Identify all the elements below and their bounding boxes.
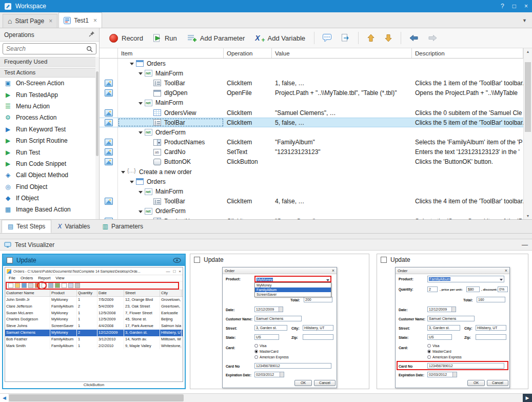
test-step-row[interactable]: Create a new order (100, 167, 523, 177)
scrollbar-thumb[interactable] (96, 71, 98, 156)
bottom-tab-parameters[interactable]: ▥Parameters (96, 220, 149, 233)
scroll-up-icon[interactable]: ▲ (524, 50, 532, 53)
outdent-button[interactable] (406, 32, 422, 44)
column-header-description[interactable]: Description (412, 48, 523, 58)
visualizer-frame-orders[interactable]: Update Orders - C:\Users\Public\Document… (2, 254, 186, 389)
sidebar-item-call-object-method[interactable]: ◈Call Object Method (0, 169, 99, 181)
mini-menu-view[interactable]: View (53, 275, 67, 281)
visualizer-image-icon[interactable] (105, 119, 113, 126)
search-input[interactable] (6, 45, 86, 52)
restore-icon[interactable]: □ (513, 3, 516, 10)
mini-menu-orders[interactable]: Orders (18, 275, 35, 281)
move-up-button[interactable] (364, 32, 378, 44)
pin-icon[interactable] (89, 31, 95, 39)
export-step-button[interactable] (339, 32, 353, 44)
test-step-row[interactable]: ToolBarClickItem5, false, …Clicks the 5 … (100, 118, 523, 127)
close-tab-icon[interactable]: × (93, 17, 97, 24)
comment-button[interactable] (320, 32, 336, 44)
test-step-row[interactable]: ToolBarClickItem4, false, …Clicks the 4 … (100, 197, 523, 206)
add-parameter-button[interactable]: Add Parameter (184, 32, 248, 44)
visualizer-image-icon[interactable] (105, 139, 113, 146)
sidebar-item-run-keyword-test[interactable]: ▶Run Keyword Test (0, 124, 99, 135)
sidebar-item-run-script-routine[interactable]: ▶Run Script Routine (0, 135, 99, 146)
visualizer-image-icon[interactable] (105, 218, 113, 219)
test-step-row[interactable]: Orders (100, 177, 523, 186)
test-step-row[interactable]: ToolBarClickItem1, false, …Clicks the 1 … (100, 78, 523, 88)
tab-start-page[interactable]: ⌂ Start Page × (3, 14, 57, 28)
expand-arrow-icon[interactable] (137, 188, 145, 195)
visualizer-image-icon[interactable] (105, 198, 113, 205)
visualizer-frame-order-dialog-2[interactable]: Update Order×Product:FamilyAlbumQuantity… (377, 254, 528, 389)
visualizer-frame-order-dialog-1[interactable]: Update Order×Product:MyMoneyMyMoneyFamil… (190, 254, 369, 389)
visualizer-image-icon[interactable] (105, 89, 113, 97)
help-icon[interactable]: ? (501, 3, 504, 10)
panel-splitter[interactable] (0, 234, 532, 239)
sidebar-item-find-object[interactable]: ◎Find Object (0, 181, 99, 193)
order-dialog-thumbnail-area[interactable]: Order×Product:MyMoneyMyMoneyFamilyAlbumS… (190, 265, 369, 389)
expand-arrow-icon[interactable] (137, 129, 145, 136)
visualizer-image-icon[interactable] (105, 80, 113, 87)
search-icon[interactable] (86, 46, 93, 52)
expand-arrow-icon[interactable] (120, 168, 127, 175)
mini-menu-report[interactable]: Report (35, 275, 53, 281)
column-header-operation[interactable]: Operation (224, 48, 272, 58)
tab-test1[interactable]: Test1 × (58, 12, 102, 28)
bottom-tab-test-steps[interactable]: ▤Test Steps (2, 220, 51, 233)
test-step-row[interactable]: ProductNamesClickItem"ScreenSaver"Select… (100, 216, 523, 219)
sidebar-item-run-testedapp[interactable]: ▶Run TestedApp (0, 89, 99, 100)
column-header-item[interactable]: Item (118, 48, 224, 58)
visualizer-image-icon[interactable] (105, 148, 113, 156)
sidebar-item-run-test[interactable]: ▶Run Test (0, 146, 99, 158)
scrollbar-thumb[interactable] (9, 394, 184, 401)
column-header-value[interactable]: Value (272, 48, 412, 58)
test-step-row[interactable]: MainForm (100, 186, 523, 196)
update-checkbox[interactable] (381, 257, 387, 263)
scroll-down-icon[interactable]: ▼ (524, 214, 532, 218)
indent-button[interactable] (425, 32, 440, 44)
test-step-row[interactable]: ButtonOKClickButtonClicks the 'ButtonOK'… (100, 157, 523, 167)
run-button[interactable]: Run (150, 32, 181, 45)
scroll-left-icon[interactable]: ◀ (0, 394, 9, 402)
expand-arrow-icon[interactable] (129, 178, 136, 185)
sidebar-item-image-based-action[interactable]: ▦Image Based Action (0, 204, 99, 215)
bottom-tab-variables[interactable]: XVariables (51, 220, 96, 233)
sidebar-scrollbar[interactable] (95, 57, 99, 219)
orders-app-thumbnail[interactable]: Orders - C:\Users\Public\Documents\TestC… (5, 267, 183, 382)
eye-icon[interactable] (173, 258, 181, 263)
mini-menu-file[interactable]: File (6, 275, 18, 281)
expand-arrow-icon[interactable] (137, 70, 145, 76)
test-step-row[interactable]: dlgOpenOpenFileProject.Path + "..\\MyTab… (100, 88, 523, 98)
expand-arrow-icon[interactable] (137, 208, 145, 215)
tab-list-dropdown-icon[interactable]: ▼ (522, 18, 527, 23)
close-tab-icon[interactable]: × (49, 17, 52, 25)
move-down-button[interactable] (381, 32, 396, 44)
scrollbar-thumb[interactable] (525, 62, 531, 132)
sidebar-item-if-object[interactable]: ◆If Object (0, 193, 99, 204)
close-icon[interactable]: × (524, 3, 528, 10)
grid-vertical-scrollbar[interactable]: ▲ ▼ (523, 48, 532, 219)
test-step-row[interactable]: OrderForm (100, 127, 523, 137)
sidebar-item-on-screen-action[interactable]: ▣On-Screen Action (0, 78, 99, 89)
sidebar-item-menu-action[interactable]: ☰Menu Action (0, 101, 99, 112)
visualizer-image-icon[interactable] (105, 158, 113, 165)
update-checkbox[interactable] (7, 257, 13, 263)
test-step-row[interactable]: OrderForm (100, 206, 523, 216)
group-test-actions[interactable]: Test Actions (0, 68, 99, 78)
test-step-row[interactable]: MainForm (100, 98, 523, 108)
expand-arrow-icon[interactable] (137, 100, 145, 106)
group-frequently-used[interactable]: Frequently Used (0, 57, 99, 67)
update-checkbox[interactable] (194, 257, 200, 263)
test-step-row[interactable]: MainForm (100, 68, 523, 78)
record-button[interactable]: Record (106, 32, 147, 45)
sidebar-item-run-code-snippet[interactable]: ▶Run Code Snippet (0, 158, 99, 169)
order-dialog-thumbnail-area[interactable]: Order×Product:FamilyAlbumQuantity:2, pri… (377, 265, 528, 389)
expand-arrow-icon[interactable] (129, 60, 136, 67)
sidebar-item-process-action[interactable]: ⚙Process Action (0, 112, 99, 123)
scroll-right-icon[interactable]: ▶ (523, 394, 532, 402)
minimize-icon[interactable]: — (522, 241, 528, 248)
test-step-row[interactable]: OrdersViewClickItem"Samuel Clemens", …Cl… (100, 108, 523, 118)
visualizer-horizontal-scrollbar[interactable]: ◀ ▶ (0, 393, 532, 402)
add-variable-button[interactable]: X Add Variable (251, 32, 309, 44)
test-step-row[interactable]: CardNoSetText"123123123123"Enters the te… (100, 147, 523, 157)
visualizer-image-icon[interactable] (105, 109, 113, 117)
